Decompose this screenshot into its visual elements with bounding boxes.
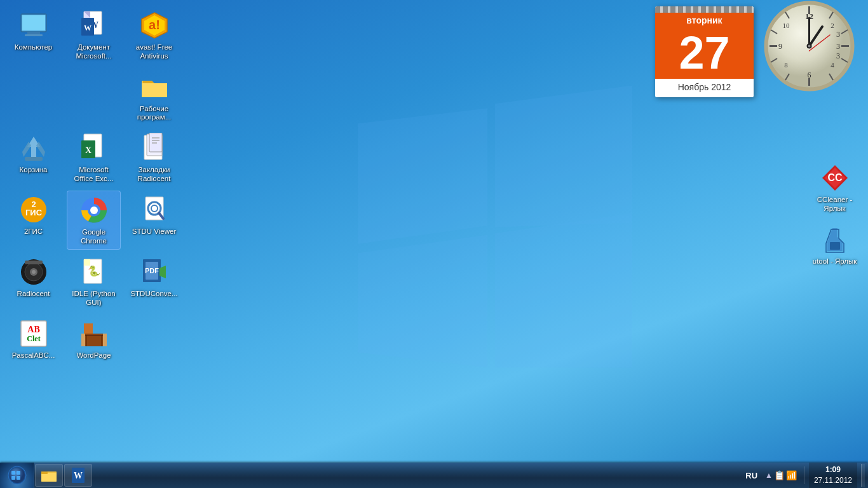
svg-text:🐍: 🐍 bbox=[88, 265, 100, 277]
icon-2gis[interactable]: 2ГИС 2ГИС bbox=[6, 191, 60, 240]
svg-text:Clet: Clet bbox=[27, 334, 40, 343]
icon-computer[interactable]: Компьютер bbox=[6, 6, 60, 56]
working-folder-icon-img bbox=[139, 72, 170, 102]
ccleaner-icon-img: CC bbox=[820, 163, 850, 193]
taskbar-language[interactable]: RU bbox=[743, 471, 760, 480]
clock-face-svg: 12 3 3 6 9 2 4 8 10 3 bbox=[763, 0, 855, 92]
svg-rect-36 bbox=[84, 259, 90, 266]
svg-point-33 bbox=[32, 270, 36, 274]
svg-rect-46 bbox=[84, 323, 93, 334]
icon-stduconv[interactable]: PDF STDUConve... bbox=[127, 253, 181, 302]
clock-widget: 12 3 3 6 9 2 4 8 10 3 bbox=[763, 0, 862, 98]
recycle-icon-img bbox=[18, 133, 49, 163]
taskbar-time: 1:09 bbox=[814, 464, 852, 475]
svg-text:10: 10 bbox=[783, 22, 790, 29]
icon-pascal[interactable]: ABClet PascalABC... bbox=[6, 315, 60, 364]
taskbar-explorer[interactable] bbox=[35, 464, 63, 487]
icon-bookmarks[interactable]: Закладки Radiocent bbox=[127, 129, 181, 187]
radiocent-label: Radiocent bbox=[17, 290, 50, 299]
bookmarks-icon-img bbox=[139, 133, 170, 163]
stduconv-icon-img: PDF bbox=[139, 257, 170, 287]
bookmarks-label: Закладки Radiocent bbox=[130, 166, 179, 184]
svg-rect-53 bbox=[830, 242, 840, 250]
svg-text:9: 9 bbox=[778, 42, 782, 51]
pascal-icon-img: ABClet bbox=[18, 318, 49, 349]
icon-word-doc[interactable]: WW Документ Microsoft... bbox=[67, 6, 121, 65]
svg-text:X: X bbox=[85, 146, 91, 155]
svg-text:PDF: PDF bbox=[145, 267, 159, 274]
wordpage-label: WordPage bbox=[76, 351, 111, 360]
idle-label: IDLE (Python GUI) bbox=[69, 290, 118, 308]
taskbar-word[interactable]: W bbox=[64, 464, 92, 487]
excel-label: Microsoft Office Exc... bbox=[69, 166, 118, 184]
stdu-label: STDU Viewer bbox=[132, 227, 176, 236]
systray-icon1: 📋 bbox=[774, 470, 785, 480]
calendar-top-strip bbox=[655, 6, 754, 13]
svg-text:6: 6 bbox=[808, 71, 811, 79]
icon-avast[interactable]: a! avast! Free Antivirus bbox=[127, 6, 181, 65]
svg-text:3: 3 bbox=[836, 51, 840, 60]
icon-working-folder[interactable]: Рабочие програм... bbox=[127, 68, 181, 126]
icon-chrome[interactable]: Google Chrome bbox=[67, 191, 121, 250]
icon-utool[interactable]: utool - Ярлык bbox=[808, 220, 862, 270]
working-folder-label: Рабочие програм... bbox=[130, 105, 179, 123]
svg-text:CC: CC bbox=[827, 172, 843, 183]
idle-icon-img: 🐍 bbox=[79, 257, 109, 287]
svg-text:8: 8 bbox=[784, 61, 788, 69]
desktop-icons-left: Компьютер WW Документ Microsoft... a! av… bbox=[6, 6, 184, 364]
taskbar-date: 27.11.2012 bbox=[814, 475, 852, 486]
2gis-label: 2ГИС bbox=[24, 227, 43, 236]
icon-stdu[interactable]: STDU Viewer bbox=[127, 191, 181, 240]
start-button[interactable] bbox=[0, 463, 34, 488]
svg-text:3: 3 bbox=[836, 30, 840, 39]
svg-rect-34 bbox=[25, 261, 43, 264]
systray-arrow[interactable]: ▲ bbox=[765, 471, 773, 480]
word-doc-label: Документ Microsoft... bbox=[69, 43, 118, 61]
svg-rect-89 bbox=[41, 473, 57, 482]
stduconv-label: STDUConve... bbox=[130, 290, 177, 299]
svg-rect-47 bbox=[83, 335, 105, 336]
chrome-label: Google Chrome bbox=[70, 228, 118, 246]
desktop-icons-right: CC CCleaner - Ярлык utool - Ярлык bbox=[808, 159, 862, 269]
taskbar-divider bbox=[804, 466, 804, 484]
chrome-icon-img bbox=[79, 195, 109, 226]
avast-label: avast! Free Antivirus bbox=[130, 43, 179, 61]
icon-excel[interactable]: X Microsoft Office Exc... bbox=[67, 129, 121, 187]
calendar-month-year: Ноябрь 2012 bbox=[655, 79, 754, 97]
icon-recycle[interactable]: Корзина bbox=[6, 129, 60, 179]
svg-rect-84 bbox=[11, 471, 15, 475]
icon-idle[interactable]: 🐍 IDLE (Python GUI) bbox=[67, 253, 121, 311]
word-taskbar-icon: W bbox=[69, 466, 87, 484]
icon-ccleaner[interactable]: CC CCleaner - Ярлык bbox=[808, 159, 862, 217]
svg-text:2: 2 bbox=[831, 22, 834, 29]
svg-text:W: W bbox=[84, 24, 92, 32]
icon-radiocent[interactable]: Radiocent bbox=[6, 253, 60, 302]
svg-text:3: 3 bbox=[836, 42, 840, 51]
icon-wordpage[interactable]: WordPage bbox=[67, 315, 121, 364]
wordpage-icon-img bbox=[79, 318, 109, 349]
svg-rect-90 bbox=[41, 471, 48, 474]
taskbar-clock[interactable]: 1:09 27.11.2012 bbox=[809, 463, 857, 488]
calendar-widget[interactable]: вторник 27 Ноябрь 2012 bbox=[655, 6, 754, 97]
svg-text:ГИС: ГИС bbox=[25, 208, 42, 217]
svg-rect-1 bbox=[22, 15, 45, 30]
stdu-icon-img bbox=[139, 194, 170, 225]
systray-icon2: 📶 bbox=[786, 470, 797, 480]
svg-rect-3 bbox=[25, 34, 43, 36]
svg-rect-86 bbox=[11, 476, 15, 480]
show-desktop-button[interactable] bbox=[861, 464, 865, 487]
calendar-day-name: вторник bbox=[655, 13, 754, 27]
svg-point-25 bbox=[90, 207, 98, 214]
radiocent-icon-img bbox=[18, 257, 49, 287]
avast-icon-img: a! bbox=[139, 10, 170, 41]
svg-rect-51 bbox=[103, 334, 107, 346]
calendar-day-number: 27 bbox=[655, 27, 754, 79]
computer-icon-img bbox=[18, 10, 49, 41]
recycle-label: Корзина bbox=[20, 166, 48, 175]
explorer-taskbar-icon bbox=[40, 466, 58, 484]
svg-rect-16 bbox=[149, 133, 162, 152]
taskbar-right: RU ▲ 📋 📶 1:09 27.11.2012 bbox=[743, 463, 868, 488]
svg-point-81 bbox=[808, 45, 811, 48]
2gis-icon-img: 2ГИС bbox=[18, 194, 49, 225]
taskbar-systray[interactable]: ▲ 📋 📶 bbox=[763, 470, 799, 480]
